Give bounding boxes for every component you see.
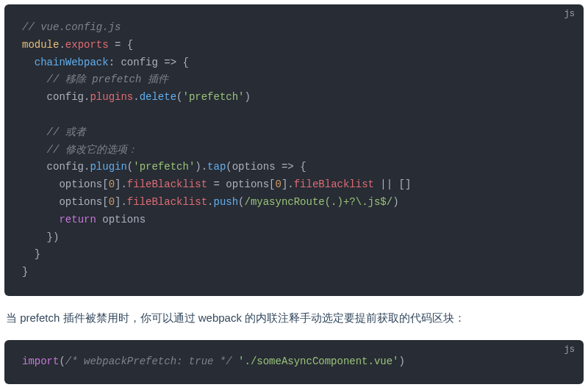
- token-punct: :: [109, 57, 121, 68]
- token-paren: (: [59, 355, 65, 367]
- language-label: js: [564, 344, 575, 355]
- token-paren: (: [127, 161, 133, 173]
- token-punct: ].: [282, 178, 294, 190]
- token-number: 0: [109, 196, 115, 208]
- code-content[interactable]: // vue.config.js module.exports = { chai…: [22, 19, 566, 281]
- token-import: import: [22, 355, 59, 367]
- token-space: [232, 355, 238, 367]
- token-options: options: [232, 161, 276, 173]
- token-punct: = options[: [207, 178, 275, 190]
- token-punct: || []: [374, 178, 411, 190]
- token-paren: ): [392, 196, 398, 208]
- token-fileblacklist: fileBlacklist: [127, 178, 207, 190]
- token-punct: }: [22, 266, 28, 278]
- token-punct: ].: [115, 196, 127, 208]
- token-punct: }: [35, 248, 40, 260]
- token-regex: /myasyncRoute(.)+?\.js$/: [245, 196, 393, 208]
- language-label: js: [564, 9, 575, 19]
- code-comment: // 或者: [47, 126, 86, 138]
- token-plugin: plugin: [90, 161, 126, 173]
- code-comment: // 移除 prefetch 插件: [47, 73, 168, 85]
- token-push: push: [213, 196, 238, 208]
- code-comment: // vue.config.js: [22, 21, 121, 33]
- token-string: 'prefetch': [133, 161, 195, 173]
- token-module: module: [22, 39, 59, 51]
- token-config: config: [121, 57, 157, 68]
- token-number: 0: [109, 178, 115, 190]
- token-punct: }): [47, 231, 60, 243]
- token-delete: delete: [140, 91, 176, 103]
- token-dot: .: [133, 91, 139, 103]
- token-return: return: [59, 214, 96, 225]
- code-comment: /* webpackPrefetch: true */: [65, 355, 232, 367]
- token-fileblacklist: fileBlacklist: [127, 196, 207, 208]
- prose-paragraph: 当 prefetch 插件被禁用时，你可以通过 webpack 的内联注释手动选…: [6, 309, 584, 327]
- token-options: options[: [59, 196, 108, 208]
- token-number: 0: [276, 178, 282, 190]
- token-paren: (: [238, 196, 244, 208]
- token-punct: ).: [195, 161, 207, 173]
- code-comment: // 修改它的选项：: [47, 144, 137, 156]
- token-punct: = {: [109, 39, 134, 51]
- token-arrow: => {: [276, 161, 306, 173]
- code-content[interactable]: import(/* webpackPrefetch: true */ './so…: [22, 353, 566, 371]
- token-arrow: => {: [158, 57, 189, 68]
- token-options: options[: [59, 178, 108, 190]
- token-fileblacklist: fileBlacklist: [294, 178, 374, 190]
- code-block-vue-config: js // vue.config.js module.exports = { c…: [4, 4, 584, 296]
- token-config: config: [47, 161, 84, 173]
- token-chainwebpack: chainWebpack: [35, 57, 109, 68]
- token-paren: ): [245, 91, 251, 103]
- token-punct: ].: [115, 178, 127, 190]
- token-string: 'prefetch': [182, 91, 244, 103]
- token-plugins: plugins: [90, 91, 133, 103]
- token-exports: exports: [65, 39, 109, 51]
- code-block-import: js import(/* webpackPrefetch: true */ '.…: [4, 340, 584, 384]
- token-tap: tap: [207, 161, 226, 173]
- token-config: config: [47, 91, 84, 103]
- token-paren: (: [226, 161, 232, 173]
- token-string: './someAsyncComponent.vue': [238, 355, 398, 367]
- token-options: options: [96, 214, 146, 225]
- token-dot: .: [59, 39, 65, 51]
- token-paren: ): [399, 355, 405, 367]
